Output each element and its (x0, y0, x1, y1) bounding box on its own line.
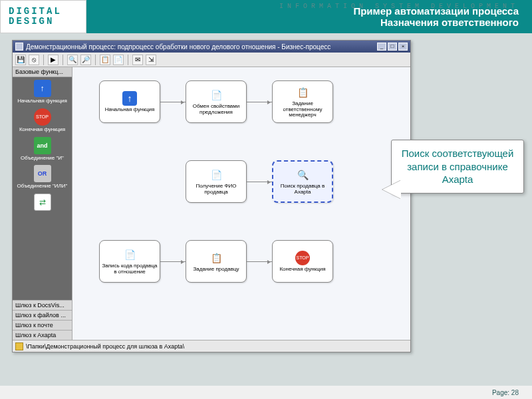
connector (247, 261, 272, 262)
palette-item-end[interactable]: STOP Конечная функция (14, 108, 70, 133)
palette-label: Объединение "И" (21, 156, 64, 162)
stop-icon: STOP (34, 108, 51, 126)
and-icon: and (34, 137, 51, 154)
maximize-button[interactable]: □ (388, 43, 397, 51)
window-body: Базовые функц... ↑ Начальная функция STO… (13, 67, 410, 340)
canvas[interactable]: ↑ Начальная функция 📄 Обмен свойствами п… (72, 67, 410, 340)
window-icon (15, 43, 23, 51)
tagline: INFORMATION SYSTEM DEVELOPMENT (279, 3, 519, 10)
arrow-up-icon: ↑ (122, 91, 137, 106)
callout: Поиск соответствующей записи в справочни… (391, 140, 524, 194)
callout-text: Поиск соответствующей записи в справочни… (397, 147, 518, 186)
palette-footer: Шлюз к DocsVis... Шлюз к файлов ... Шлюз… (13, 300, 72, 340)
palette-items: ↑ Начальная функция STOP Конечная функци… (13, 77, 72, 300)
swap-icon: ⇄ (34, 194, 51, 211)
close-button[interactable]: × (398, 43, 408, 51)
node-write-code[interactable]: 📄 Запись кода продавца в отношение (99, 240, 160, 283)
document-icon: 📄 (209, 88, 223, 102)
separator (95, 55, 96, 65)
stop-icon: STOP (295, 251, 310, 265)
palette-tab[interactable]: Базовые функц... (13, 67, 72, 77)
node-end[interactable]: STOP Конечная функция (272, 240, 333, 283)
node-get-seller[interactable]: 📄 Получение ФИО продавца (186, 160, 247, 203)
document-icon: 📋 (295, 85, 310, 100)
gateway-axapta[interactable]: Шлюз к Axapta (13, 330, 72, 340)
connector (160, 261, 186, 262)
zoom-out-icon[interactable]: 🔎 (80, 55, 91, 65)
gateway-docsvis[interactable]: Шлюз к DocsVis... (13, 300, 72, 310)
connector (160, 102, 186, 102)
node-task-seller[interactable]: 📋 Задание продавцу (186, 240, 247, 283)
main-area: Демонстрационный процесс: подпроцесс обр… (0, 33, 532, 386)
status-bar: \Папки\Демонстрационный процесс для шлюз… (13, 340, 410, 352)
arrow-up-icon: ↑ (34, 80, 51, 97)
palette-label: Объединение "ИЛИ" (17, 184, 68, 190)
logo-line1: DIGITAL (9, 7, 86, 17)
palette-item-or[interactable]: OR Объединение "ИЛИ" (14, 165, 70, 190)
node-search-axapta[interactable]: 🔍 Поиск продавца в Axapta (272, 160, 333, 203)
document-icon: 📋 (209, 251, 223, 265)
toolbar: 💾 ⦸ ▶ 🔍 🔎 📋 📄 ✉ ⇲ (13, 53, 410, 67)
palette-label: Конечная функция (19, 127, 65, 133)
palette-item-and[interactable]: and Объединение "И" (14, 137, 70, 162)
export-icon[interactable]: ⇲ (146, 55, 156, 65)
separator (43, 55, 44, 65)
zoom-in-icon[interactable]: 🔍 (67, 55, 78, 65)
gateway-files[interactable]: Шлюз к файлов ... (13, 310, 72, 320)
stop-icon[interactable]: ⦸ (29, 55, 39, 65)
node-task-manager[interactable]: 📋 Задание ответственному менеджерч (272, 80, 333, 123)
or-icon: OR (34, 165, 51, 182)
logo: DIGITAL DESIGN (0, 0, 86, 33)
copy-icon[interactable]: 📋 (100, 55, 110, 65)
gateway-mail[interactable]: Шлюз к почте (13, 320, 72, 330)
logo-line2: DESIGN (9, 17, 86, 27)
palette: Базовые функц... ↑ Начальная функция STO… (13, 67, 72, 340)
document-icon: 📄 (122, 247, 137, 262)
node-exchange[interactable]: 📄 Обмен свойствами предложения (186, 80, 247, 123)
save-icon[interactable]: 💾 (15, 55, 26, 65)
node-label: Задание продавцу (194, 267, 239, 273)
search-icon: 🔍 (295, 168, 310, 182)
paste-icon[interactable]: 📄 (113, 55, 124, 65)
page-number: Page: 28 (492, 389, 519, 396)
node-label: Запись кода продавца в отношение (101, 263, 158, 275)
slide-title-2: Назначения ответственного (380, 17, 519, 28)
node-label: Задание ответственному менеджерч (274, 101, 331, 118)
node-start[interactable]: ↑ Начальная функция (99, 80, 160, 123)
callout-tail (373, 180, 401, 199)
node-label: Получение ФИО продавца (188, 184, 245, 196)
app-window: Демонстрационный процесс: подпроцесс обр… (12, 40, 411, 352)
connector (247, 182, 272, 182)
separator (63, 55, 63, 65)
mail-icon[interactable]: ✉ (132, 55, 143, 65)
play-icon[interactable]: ▶ (48, 55, 59, 65)
connector (247, 102, 272, 102)
node-label: Начальная функция (105, 107, 155, 113)
window-titlebar[interactable]: Демонстрационный процесс: подпроцесс обр… (13, 41, 410, 53)
node-label: Поиск продавца в Axapta (275, 184, 331, 196)
folder-icon (15, 342, 23, 350)
palette-label: Начальная функция (17, 98, 67, 104)
minimize-button[interactable]: _ (377, 43, 386, 51)
document-icon: 📄 (209, 168, 223, 182)
palette-item-swap[interactable]: ⇄ (14, 194, 70, 211)
node-label: Конечная функция (279, 267, 325, 273)
palette-item-start[interactable]: ↑ Начальная функция (14, 80, 70, 104)
window-title-text: Демонстрационный процесс: подпроцесс обр… (26, 43, 377, 51)
status-path: \Папки\Демонстрационный процесс для шлюз… (26, 343, 184, 350)
node-label: Обмен свойствами предложения (188, 104, 245, 116)
separator (128, 55, 128, 65)
